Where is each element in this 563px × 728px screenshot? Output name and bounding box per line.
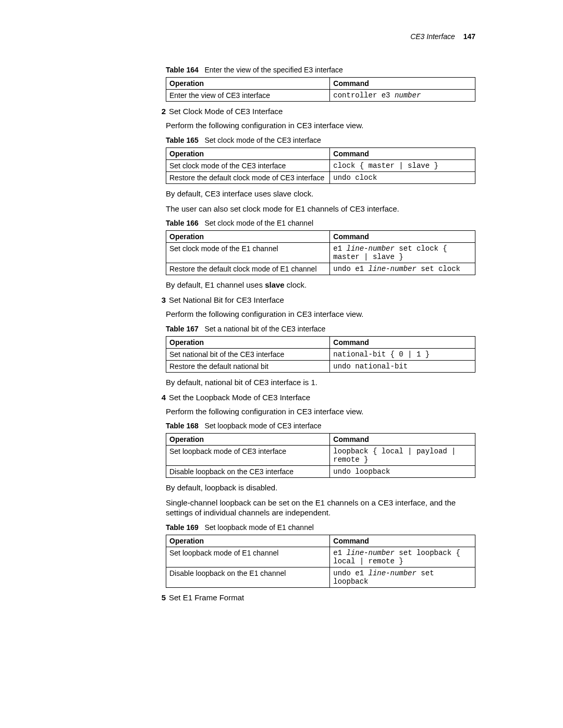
table-164-h2: Command xyxy=(330,78,475,90)
step-4-row: 4 Set the Loopback Mode of CE3 Interface xyxy=(155,393,475,402)
table-166-caption: Table 166 Set clock mode of the E1 chann… xyxy=(166,219,475,227)
table-165-caption: Table 165 Set clock mode of the CE3 inte… xyxy=(166,136,475,144)
step-4-num: 4 xyxy=(155,393,166,402)
table-169-caption: Table 169 Set loopback mode of E1 channe… xyxy=(166,523,475,532)
page-number: 147 xyxy=(463,32,475,41)
step-4-p3: Single-channel loopback can be set on th… xyxy=(166,498,475,518)
table-166-r2c2: undo e1 line-number set clock xyxy=(330,263,475,275)
table-168: Operation Command Set loopback mode of C… xyxy=(166,433,475,478)
step-3-p2: By default, national bit of CE3 interfac… xyxy=(166,378,475,388)
step-2-num: 2 xyxy=(155,107,166,116)
step-2-row: 2 Set Clock Mode of CE3 Interface xyxy=(155,107,475,116)
table-164-r1c1: Enter the view of CE3 interface xyxy=(166,90,330,102)
table-165: Operation Command Set clock mode of the … xyxy=(166,147,475,184)
table-168-caption: Table 168 Set loopback mode of CE3 inter… xyxy=(166,422,475,430)
table-164-caption: Table 164 Enter the view of the specifie… xyxy=(166,66,475,74)
step-2-p1: Perform the following configuration in C… xyxy=(166,121,475,131)
table-167-caption: Table 167 Set a national bit of the CE3 … xyxy=(166,325,475,333)
step-3-title: Set National Bit for CE3 Interface xyxy=(169,295,284,304)
step-3-num: 3 xyxy=(155,295,166,304)
table-164: Operation Command Enter the view of CE3 … xyxy=(166,77,475,102)
table-164-label: Table 164 xyxy=(166,66,199,74)
table-169-r1c2: e1 line-number set loopback { local | re… xyxy=(330,547,475,567)
step-5-title: Set E1 Frame Format xyxy=(169,593,244,602)
table-166-r1c2: e1 line-number set clock { master | slav… xyxy=(330,243,475,263)
table-164-h1: Operation xyxy=(166,78,330,90)
step-4-p1: Perform the following configuration in C… xyxy=(166,407,475,417)
page-header: CE3 Interface 147 xyxy=(149,32,475,41)
content: Table 164 Enter the view of the specifie… xyxy=(166,66,475,602)
table-164-text: Enter the view of the specified E3 inter… xyxy=(204,66,342,74)
step-3-row: 3 Set National Bit for CE3 Interface xyxy=(155,295,475,304)
page: CE3 Interface 147 Table 164 Enter the vi… xyxy=(0,0,563,728)
step-2-p2: By default, CE3 interface uses slave clo… xyxy=(166,189,475,199)
step-4-p2: By default, loopback is disabled. xyxy=(166,483,475,493)
table-169-r2c2: undo e1 line-number set loopback xyxy=(330,567,475,587)
step-5-row: 5 Set E1 Frame Format xyxy=(155,593,475,602)
section-title: CE3 Interface xyxy=(410,32,455,41)
step-2-p3: The user can also set clock mode for E1 … xyxy=(166,204,475,214)
step-2-title: Set Clock Mode of CE3 Interface xyxy=(169,107,283,116)
table-164-r1c2: controller e3 number xyxy=(330,90,475,102)
table-167: Operation Command Set national bit of th… xyxy=(166,336,475,373)
step-3-p1: Perform the following configuration in C… xyxy=(166,310,475,319)
step-5-num: 5 xyxy=(155,593,166,602)
step-4-title: Set the Loopback Mode of CE3 Interface xyxy=(169,393,310,402)
table-166: Operation Command Set clock mode of the … xyxy=(166,230,475,275)
step-2-p4: By default, E1 channel uses slave clock. xyxy=(166,280,475,290)
table-169: Operation Command Set loopback mode of E… xyxy=(166,535,475,588)
